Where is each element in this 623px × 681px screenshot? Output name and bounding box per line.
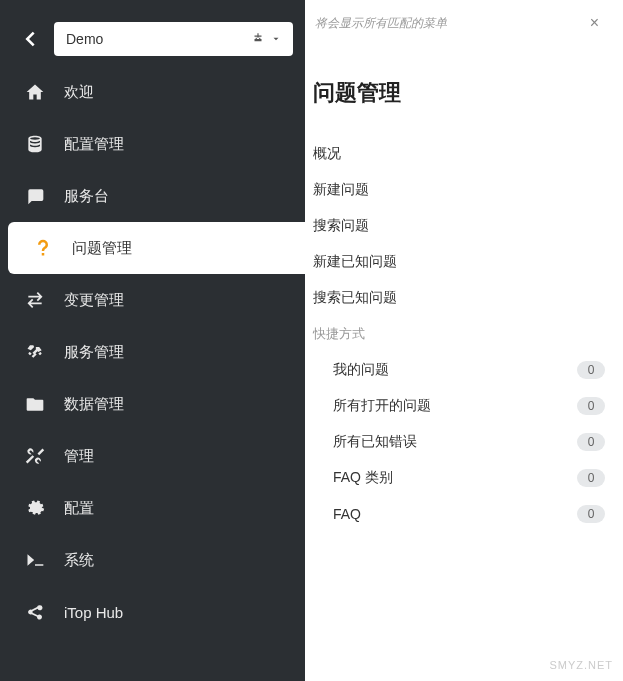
menu-link-search-known[interactable]: 搜索已知问题 bbox=[313, 280, 605, 316]
menu-link-overview[interactable]: 概况 bbox=[313, 136, 605, 172]
tools-icon bbox=[24, 445, 46, 467]
shortcut-my-problems[interactable]: 我的问题 0 bbox=[333, 352, 605, 388]
caret-down-icon bbox=[271, 34, 281, 44]
sidebar-item-label: 配置管理 bbox=[64, 135, 124, 154]
sidebar-item-label: 数据管理 bbox=[64, 395, 124, 414]
sidebar-item-label: iTop Hub bbox=[64, 604, 123, 621]
sidebar-item-data[interactable]: 数据管理 bbox=[0, 378, 305, 430]
shortcut-label: 所有已知错误 bbox=[333, 433, 417, 451]
home-icon bbox=[24, 81, 46, 103]
shortcut-known-errors[interactable]: 所有已知错误 0 bbox=[333, 424, 605, 460]
sidebar-item-manage[interactable]: 管理 bbox=[0, 430, 305, 482]
handshake-icon bbox=[24, 341, 46, 363]
shortcut-open-problems[interactable]: 所有打开的问题 0 bbox=[333, 388, 605, 424]
gear-icon bbox=[24, 497, 46, 519]
shortcuts-heading: 快捷方式 bbox=[313, 316, 605, 352]
sidebar-item-config[interactable]: 配置管理 bbox=[0, 118, 305, 170]
comment-icon bbox=[24, 185, 46, 207]
share-icon bbox=[24, 601, 46, 623]
shortcut-label: 所有打开的问题 bbox=[333, 397, 431, 415]
sidebar-item-helpdesk[interactable]: 服务台 bbox=[0, 170, 305, 222]
back-button[interactable] bbox=[18, 27, 42, 51]
menu-link-search-problem[interactable]: 搜索问题 bbox=[313, 208, 605, 244]
shortcut-faq[interactable]: FAQ 0 bbox=[333, 496, 605, 532]
count-badge: 0 bbox=[577, 505, 605, 523]
sidebar-item-hub[interactable]: iTop Hub bbox=[0, 586, 305, 638]
sidebar-item-problem[interactable]: 问题管理 bbox=[8, 222, 305, 274]
close-icon[interactable]: × bbox=[590, 14, 599, 32]
question-icon bbox=[32, 237, 54, 259]
sidebar-item-label: 欢迎 bbox=[64, 83, 94, 102]
sidebar-item-label: 变更管理 bbox=[64, 291, 124, 310]
sidebar-item-label: 问题管理 bbox=[72, 239, 132, 258]
sidebar-item-welcome[interactable]: 欢迎 bbox=[0, 66, 305, 118]
shortcut-label: FAQ bbox=[333, 506, 361, 522]
sidebar-item-settings[interactable]: 配置 bbox=[0, 482, 305, 534]
sidebar-item-label: 管理 bbox=[64, 447, 94, 466]
org-selector-label: Demo bbox=[66, 31, 103, 47]
chevron-left-icon bbox=[19, 28, 41, 50]
sidebar-item-label: 配置 bbox=[64, 499, 94, 518]
count-badge: 0 bbox=[577, 397, 605, 415]
sidebar-item-label: 服务台 bbox=[64, 187, 109, 206]
menu-link-new-known[interactable]: 新建已知问题 bbox=[313, 244, 605, 280]
sidebar-item-label: 服务管理 bbox=[64, 343, 124, 362]
count-badge: 0 bbox=[577, 469, 605, 487]
menu-link-new-problem[interactable]: 新建问题 bbox=[313, 172, 605, 208]
exchange-icon bbox=[24, 289, 46, 311]
sidebar-item-system[interactable]: 系统 bbox=[0, 534, 305, 586]
shortcut-label: FAQ 类别 bbox=[333, 469, 393, 487]
terminal-icon bbox=[24, 549, 46, 571]
page-title: 问题管理 bbox=[313, 78, 605, 108]
search-placeholder[interactable]: 将会显示所有匹配的菜单 bbox=[315, 15, 447, 32]
count-badge: 0 bbox=[577, 433, 605, 451]
folder-icon bbox=[24, 393, 46, 415]
sidebar-item-service[interactable]: 服务管理 bbox=[0, 326, 305, 378]
shortcut-faq-category[interactable]: FAQ 类别 0 bbox=[333, 460, 605, 496]
sidebar-item-change[interactable]: 变更管理 bbox=[0, 274, 305, 326]
sitemap-icon bbox=[251, 32, 265, 46]
org-selector[interactable]: Demo bbox=[54, 22, 293, 56]
database-icon bbox=[24, 133, 46, 155]
sidebar-item-label: 系统 bbox=[64, 551, 94, 570]
shortcut-label: 我的问题 bbox=[333, 361, 389, 379]
count-badge: 0 bbox=[577, 361, 605, 379]
